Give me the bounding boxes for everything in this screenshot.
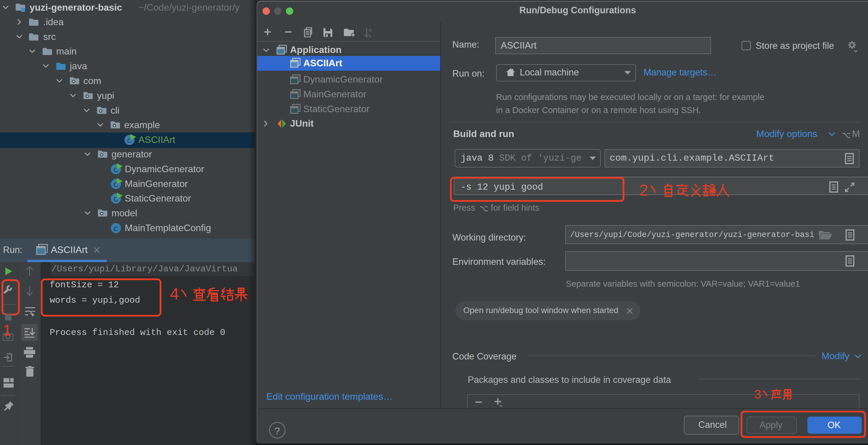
svg-text:a: a xyxy=(369,28,372,33)
svg-text:4: 4 xyxy=(170,288,179,303)
svg-text:z: z xyxy=(369,33,372,38)
svg-text:C: C xyxy=(114,225,118,233)
svg-text:3: 3 xyxy=(754,389,761,401)
svg-text:2: 2 xyxy=(640,184,648,199)
